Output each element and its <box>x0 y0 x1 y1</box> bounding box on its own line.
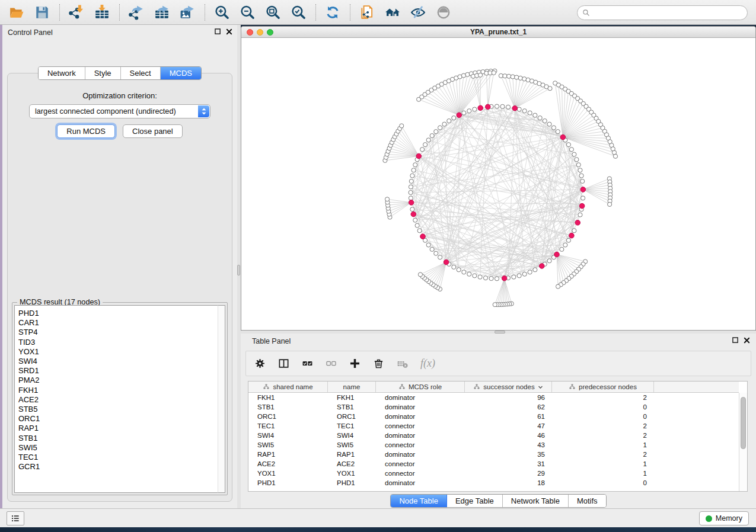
table-scrollbar[interactable] <box>739 393 747 491</box>
save-session-button[interactable] <box>31 2 53 23</box>
cell-MCDS-role[interactable]: connector <box>376 459 465 469</box>
zoom-in-button[interactable] <box>211 2 232 23</box>
mcds-result-item[interactable]: ORC1 <box>18 414 218 424</box>
task-history-button[interactable] <box>7 511 24 525</box>
tab-edge-table[interactable]: Edge Table <box>447 495 503 507</box>
column-header-name[interactable]: name <box>328 382 376 392</box>
cell-name[interactable]: RAP1 <box>328 450 376 459</box>
memory-button[interactable]: Memory <box>699 511 749 525</box>
cell-shared-name[interactable]: SWI5 <box>248 440 328 450</box>
cell-name[interactable]: SWI5 <box>328 440 376 450</box>
mcds-result-item[interactable]: TEC1 <box>18 453 218 462</box>
cell-predecessor-nodes[interactable]: 2 <box>552 393 654 402</box>
cell-shared-name[interactable]: TEC1 <box>248 421 328 431</box>
import-table-button[interactable] <box>91 2 113 23</box>
close-panel-button[interactable]: Close panel <box>123 124 183 138</box>
tab-network-table[interactable]: Network Table <box>503 495 569 507</box>
tab-select[interactable]: Select <box>121 67 161 79</box>
float-panel-icon[interactable] <box>732 337 739 344</box>
network-graph[interactable] <box>241 38 755 330</box>
table-row[interactable]: ACE2ACE2connector311 <box>248 459 739 469</box>
mcds-result-item[interactable]: GCR1 <box>18 462 218 472</box>
table-row[interactable]: SWI4SWI4dominator462 <box>248 431 739 440</box>
cell-predecessor-nodes[interactable]: 2 <box>552 450 654 459</box>
cell-predecessor-nodes[interactable]: 0 <box>552 402 654 412</box>
delete-column-button[interactable] <box>373 358 384 369</box>
cell-predecessor-nodes[interactable]: 0 <box>552 478 654 488</box>
mcds-result-item[interactable]: PMA2 <box>18 376 218 385</box>
tab-style[interactable]: Style <box>85 67 121 79</box>
cell-predecessor-nodes[interactable]: 0 <box>552 412 654 421</box>
column-header-shared-name[interactable]: shared name <box>248 382 328 392</box>
mcds-result-item[interactable]: STP4 <box>18 328 218 337</box>
zoom-out-button[interactable] <box>237 2 258 23</box>
table-row[interactable]: RAP1RAP1dominator352 <box>248 450 739 459</box>
cell-predecessor-nodes[interactable]: 1 <box>552 440 654 450</box>
cell-successor-nodes[interactable]: 61 <box>465 412 552 421</box>
cell-name[interactable]: ACE2 <box>328 459 376 469</box>
cell-MCDS-role[interactable]: dominator <box>376 412 465 421</box>
table-row[interactable]: TEC1TEC1connector472 <box>248 421 739 431</box>
cell-name[interactable]: ORC1 <box>328 412 376 421</box>
cell-shared-name[interactable]: ACE2 <box>248 459 328 469</box>
cell-shared-name[interactable]: FKH1 <box>248 393 328 402</box>
mcds-result-item[interactable]: STB5 <box>18 405 218 414</box>
mcds-result-item[interactable]: SWI4 <box>18 357 218 366</box>
cell-name[interactable]: SWI4 <box>328 431 376 440</box>
import-network-button[interactable] <box>66 2 87 23</box>
table-row[interactable]: PHD1PHD1dominator180 <box>248 478 739 488</box>
mcds-result-item[interactable]: PHD1 <box>18 309 218 318</box>
network-window-titlebar[interactable]: YPA_prune.txt_1 <box>241 27 755 38</box>
mcds-result-item[interactable]: TID3 <box>18 338 218 347</box>
cell-MCDS-role[interactable]: dominator <box>376 450 465 459</box>
deselect-all-button[interactable] <box>326 358 337 369</box>
zoom-selected-button[interactable] <box>288 2 309 23</box>
network-from-file-button[interactable] <box>356 2 378 23</box>
export-network-button[interactable] <box>126 2 147 23</box>
cell-shared-name[interactable]: PHD1 <box>248 478 328 488</box>
column-header-predecessor-nodes[interactable]: predecessor nodes <box>552 382 654 392</box>
cell-successor-nodes[interactable]: 35 <box>465 450 552 459</box>
split-panel-button[interactable] <box>278 358 289 369</box>
mcds-result-item[interactable]: SRD1 <box>18 366 218 376</box>
close-panel-icon[interactable] <box>744 337 750 344</box>
mcds-result-item[interactable]: YOX1 <box>18 347 218 357</box>
cell-shared-name[interactable]: RAP1 <box>248 450 328 459</box>
tab-mcds[interactable]: MCDS <box>161 67 201 79</box>
cell-MCDS-role[interactable]: connector <box>376 469 465 478</box>
table-row[interactable]: YOX1YOX1connector291 <box>248 469 739 478</box>
cell-shared-name[interactable]: SWI4 <box>248 431 328 440</box>
cell-predecessor-nodes[interactable]: 2 <box>552 421 654 431</box>
search-box[interactable] <box>577 5 748 20</box>
mcds-result-item[interactable]: CAR1 <box>18 318 218 328</box>
mcds-result-scrollbar[interactable] <box>218 305 225 493</box>
search-input[interactable] <box>593 8 742 17</box>
cell-name[interactable]: FKH1 <box>328 393 376 402</box>
zoom-fit-button[interactable] <box>262 2 283 23</box>
cell-name[interactable]: TEC1 <box>328 421 376 431</box>
mcds-result-item[interactable]: FKH1 <box>18 386 218 395</box>
tab-network[interactable]: Network <box>39 67 85 79</box>
network-canvas[interactable] <box>241 38 755 330</box>
close-panel-icon[interactable] <box>226 28 232 35</box>
cell-name[interactable]: STB1 <box>328 402 376 412</box>
cell-successor-nodes[interactable]: 43 <box>465 440 552 450</box>
cell-successor-nodes[interactable]: 62 <box>465 402 552 412</box>
run-mcds-button[interactable]: Run MCDS <box>57 124 115 138</box>
table-row[interactable]: SWI5SWI5connector431 <box>248 440 739 450</box>
open-session-button[interactable] <box>6 2 27 23</box>
cell-MCDS-role[interactable]: dominator <box>376 393 465 402</box>
cell-predecessor-nodes[interactable]: 2 <box>552 431 654 440</box>
cell-name[interactable]: YOX1 <box>328 469 376 478</box>
select-all-button[interactable] <box>302 358 313 369</box>
cell-successor-nodes[interactable]: 47 <box>465 421 552 431</box>
cell-MCDS-role[interactable]: dominator <box>376 478 465 488</box>
tab-node-table[interactable]: Node Table <box>391 495 447 507</box>
home-button[interactable] <box>382 2 403 23</box>
mcds-result-item[interactable]: SWI5 <box>18 443 218 453</box>
tab-motifs[interactable]: Motifs <box>569 495 606 507</box>
add-column-button[interactable] <box>349 358 361 369</box>
table-row[interactable]: STB1STB1dominator620 <box>248 402 739 412</box>
table-row[interactable]: FKH1FKH1dominator962 <box>248 393 739 402</box>
show-graphics-details-button[interactable] <box>433 2 454 23</box>
